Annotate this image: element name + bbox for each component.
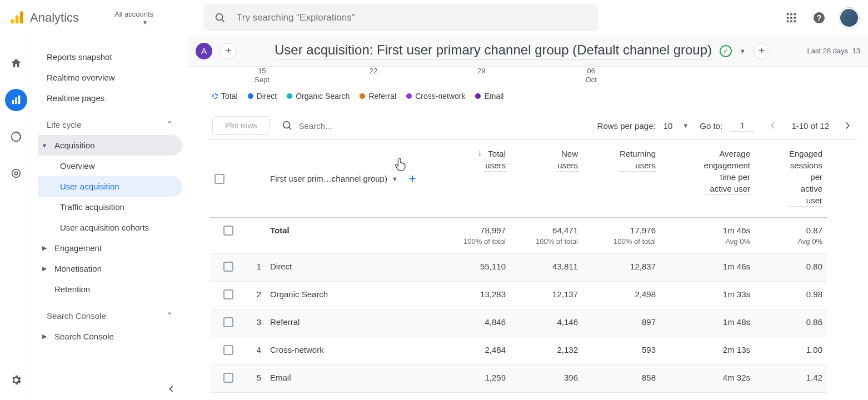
th-checkbox bbox=[210, 140, 238, 218]
checkbox-all[interactable] bbox=[214, 174, 225, 184]
td-name[interactable]: Organic Search bbox=[266, 282, 438, 309]
th-engaged-sessions[interactable]: Engaged sessions per active user bbox=[755, 140, 827, 218]
page-title: User acquisition: First user primary cha… bbox=[275, 42, 712, 59]
section-life-cycle[interactable]: Life cycle ⌃ bbox=[38, 114, 182, 135]
add-dimension-icon[interactable]: + bbox=[409, 172, 416, 186]
td-checkbox bbox=[210, 218, 238, 254]
svg-rect-0 bbox=[11, 19, 14, 23]
tree-search-console[interactable]: ▶ Search Console bbox=[38, 326, 182, 347]
td-engaged-sessions: 0.80 bbox=[755, 254, 827, 282]
chevron-up-icon: ⌃ bbox=[166, 311, 173, 321]
checkbox[interactable] bbox=[223, 317, 233, 327]
nav-reports-snapshot[interactable]: Reports snapshot bbox=[38, 47, 182, 67]
nav-realtime-pages[interactable]: Realtime pages bbox=[38, 88, 182, 108]
checkbox[interactable] bbox=[223, 289, 233, 299]
help-icon[interactable]: ? bbox=[811, 10, 827, 26]
account-selector[interactable]: All accounts ▼ bbox=[114, 10, 176, 26]
search-icon bbox=[281, 119, 293, 132]
td-avg-engagement: 1m 46sAvg 0% bbox=[660, 218, 755, 254]
subnav-user-acquisition[interactable]: User acquisition bbox=[38, 176, 182, 197]
section-search-console[interactable]: Search Console ⌃ bbox=[38, 305, 182, 326]
th-total-users[interactable]: ↓Total users bbox=[438, 140, 510, 218]
tree-engagement[interactable]: ▶ Engagement bbox=[38, 238, 182, 258]
rail-settings-icon[interactable] bbox=[5, 369, 27, 391]
td-name[interactable]: Unassigned bbox=[266, 393, 438, 400]
td-name[interactable]: Email bbox=[266, 365, 438, 393]
goto-input[interactable]: 1 bbox=[730, 119, 755, 132]
td-avg-engagement: 1m 33s bbox=[660, 282, 755, 309]
rail-explore-icon[interactable] bbox=[5, 126, 27, 148]
goto-control: Go to: 1 bbox=[700, 119, 755, 132]
subnav-overview[interactable]: Overview bbox=[38, 156, 182, 176]
td-name[interactable]: Cross-network bbox=[266, 337, 438, 365]
tree-monetisation[interactable]: ▶ Monetisation bbox=[38, 258, 182, 279]
td-idx: 3 bbox=[238, 309, 266, 337]
legend-email[interactable]: Email bbox=[475, 92, 503, 101]
th-avg-engagement[interactable]: Average engagement time per active user bbox=[660, 140, 755, 218]
section-life-cycle-label: Life cycle bbox=[47, 120, 82, 129]
avatar[interactable] bbox=[839, 8, 859, 28]
x-tick: 29 bbox=[477, 67, 485, 84]
search-wrap bbox=[203, 4, 598, 31]
table-search-input[interactable] bbox=[299, 121, 399, 131]
checkbox[interactable] bbox=[223, 262, 233, 272]
th-dimension[interactable]: First user prim…channel group) ▼ + bbox=[266, 140, 438, 218]
svg-point-21 bbox=[12, 169, 20, 178]
td-avg-engagement: 1m 46s bbox=[660, 393, 755, 400]
add-comparison-button[interactable]: + bbox=[220, 43, 237, 59]
search-box[interactable] bbox=[203, 4, 598, 31]
top-header: Analytics All accounts ▼ ? bbox=[0, 0, 868, 36]
rows-per-page-select[interactable]: 10 ▼ bbox=[664, 121, 689, 131]
td-engaged-sessions: 1.00 bbox=[755, 337, 827, 365]
add-button[interactable]: + bbox=[754, 43, 770, 59]
apps-icon[interactable] bbox=[784, 10, 799, 26]
td-engaged-sessions: 0.98 bbox=[755, 282, 827, 309]
td-total-label: Total bbox=[266, 218, 438, 254]
badge-a[interactable]: A bbox=[196, 43, 212, 59]
rail-advertising-icon[interactable] bbox=[5, 162, 27, 184]
checkbox[interactable] bbox=[223, 226, 233, 236]
status-ok-icon[interactable]: ✓ bbox=[720, 45, 732, 57]
legend-direct[interactable]: Direct bbox=[248, 92, 277, 101]
rail-home-icon[interactable] bbox=[5, 52, 27, 74]
collapse-nav-icon[interactable] bbox=[166, 383, 177, 394]
section-search-console-label: Search Console bbox=[47, 311, 106, 321]
svg-line-4 bbox=[222, 19, 224, 22]
nav-realtime-overview[interactable]: Realtime overview bbox=[38, 67, 182, 88]
checkbox[interactable] bbox=[223, 345, 233, 355]
chevron-down-icon[interactable]: ▼ bbox=[740, 48, 746, 54]
legend-total[interactable]: Total bbox=[212, 92, 238, 101]
report-body: 15Sept 22 29 06Oct Total Direct Organic … bbox=[188, 67, 868, 400]
search-input[interactable] bbox=[237, 12, 589, 23]
svg-point-3 bbox=[216, 14, 223, 21]
td-new-users: 43,811 bbox=[510, 254, 582, 282]
tree-acquisition[interactable]: ▼ Acquisition bbox=[38, 135, 182, 156]
date-range[interactable]: Last 28 days 13 bbox=[807, 47, 860, 55]
legend-cross-network[interactable]: Cross-network bbox=[406, 92, 465, 101]
subnav-user-acq-cohorts[interactable]: User acquisition cohorts bbox=[38, 217, 182, 238]
content: A + User acquisition: First user primary… bbox=[188, 36, 868, 400]
plot-rows-button[interactable]: Plot rows bbox=[212, 116, 270, 135]
td-idx bbox=[238, 218, 266, 254]
next-page-icon[interactable] bbox=[840, 121, 855, 131]
legend-organic-search[interactable]: Organic Search bbox=[287, 92, 350, 101]
tree-retention[interactable]: Retention bbox=[38, 279, 182, 299]
svg-rect-8 bbox=[787, 17, 789, 19]
td-checkbox bbox=[210, 282, 238, 309]
th-new-users[interactable]: New users bbox=[510, 140, 582, 218]
td-name[interactable]: Direct bbox=[266, 254, 438, 282]
td-new-users: 12,137 bbox=[510, 282, 582, 309]
td-returning-users: 17,976100% of total bbox=[582, 218, 660, 254]
td-returning-users: 858 bbox=[582, 365, 660, 393]
checkbox[interactable] bbox=[223, 373, 233, 383]
svg-rect-11 bbox=[787, 21, 789, 23]
rail-reports-icon[interactable] bbox=[5, 89, 27, 111]
table-search[interactable] bbox=[281, 119, 399, 132]
rows-per-page-label: Rows per page: bbox=[597, 121, 656, 131]
subnav-traffic-acquisition[interactable]: Traffic acquisition bbox=[38, 197, 182, 217]
th-returning-users[interactable]: Returning users bbox=[582, 140, 660, 218]
td-checkbox bbox=[210, 309, 238, 337]
legend-referral[interactable]: Referral bbox=[360, 92, 396, 101]
td-total-users: 4,846 bbox=[438, 309, 510, 337]
td-name[interactable]: Referral bbox=[266, 309, 438, 337]
